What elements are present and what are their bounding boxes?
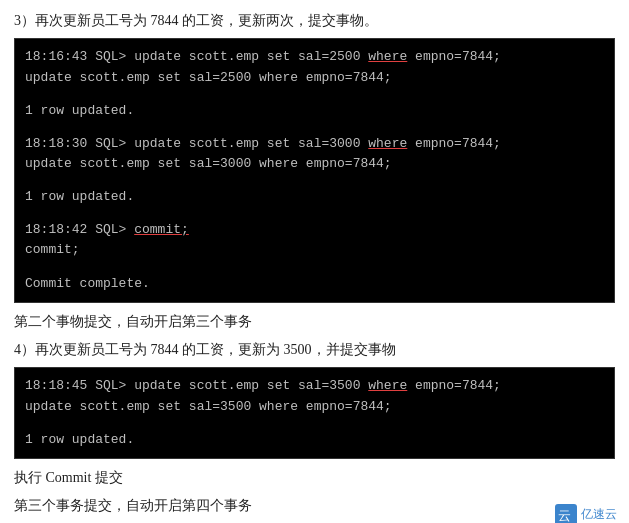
terminal-text: 18:18:45 SQL> update scott.emp set sal=3… [25, 378, 368, 393]
svg-text:云: 云 [558, 508, 571, 523]
terminal-empty [25, 174, 604, 187]
terminal-highlight: where [368, 378, 407, 393]
terminal-line: 18:16:43 SQL> update scott.emp set sal=2… [25, 47, 604, 67]
terminal-text: empno=7844; [407, 378, 501, 393]
terminal-result: 1 row updated. [25, 101, 604, 121]
terminal-result: 1 row updated. [25, 187, 604, 207]
terminal-empty [25, 88, 604, 101]
terminal-text: update scott.emp set sal=3000 where empn… [25, 156, 392, 171]
note3: 第三个事务提交，自动开启第四个事务 [14, 495, 615, 517]
note1: 第二个事物提交，自动开启第三个事务 [14, 311, 615, 333]
terminal-text: empno=7844; [407, 49, 501, 64]
terminal-text: Commit complete. [25, 276, 150, 291]
terminal-line: 18:18:30 SQL> update scott.emp set sal=3… [25, 134, 604, 154]
terminal-commit: commit; [134, 222, 189, 237]
terminal-block-4: 18:18:45 SQL> update scott.emp set sal=3… [14, 367, 615, 458]
section3-heading: 3）再次更新员工号为 7844 的工资，更新两次，提交事物。 [14, 10, 615, 32]
terminal-text: update scott.emp set sal=2500 where empn… [25, 70, 392, 85]
terminal-text: 18:18:30 SQL> update scott.emp set sal=3… [25, 136, 368, 151]
terminal-empty [25, 261, 604, 274]
terminal-result: Commit complete. [25, 274, 604, 294]
terminal-text: 18:16:43 SQL> update scott.emp set sal=2… [25, 49, 368, 64]
page-wrapper: 3）再次更新员工号为 7844 的工资，更新两次，提交事物。 18:16:43 … [0, 0, 629, 523]
terminal-empty [25, 417, 604, 430]
terminal-empty [25, 121, 604, 134]
terminal-block-3: 18:16:43 SQL> update scott.emp set sal=2… [14, 38, 615, 302]
terminal-text: empno=7844; [407, 136, 501, 151]
terminal-text: 1 row updated. [25, 189, 134, 204]
terminal-line: 18:18:42 SQL> commit; [25, 220, 604, 240]
terminal-highlight: where [368, 49, 407, 64]
terminal-line: commit; [25, 240, 604, 260]
terminal-text: 1 row updated. [25, 103, 134, 118]
watermark-logo-icon: 云 [555, 504, 577, 523]
terminal-text: update scott.emp set sal=3500 where empn… [25, 399, 392, 414]
terminal-highlight: where [368, 136, 407, 151]
terminal-text: 18:18:42 SQL> [25, 222, 134, 237]
terminal-line: update scott.emp set sal=3000 where empn… [25, 154, 604, 174]
terminal-line: update scott.emp set sal=3500 where empn… [25, 397, 604, 417]
terminal-text: commit; [25, 242, 80, 257]
watermark-label: 亿速云 [581, 506, 617, 523]
note2: 执行 Commit 提交 [14, 467, 615, 489]
section4-heading: 4）再次更新员工号为 7844 的工资，更新为 3500，并提交事物 [14, 339, 615, 361]
terminal-result: 1 row updated. [25, 430, 604, 450]
terminal-line: update scott.emp set sal=2500 where empn… [25, 68, 604, 88]
terminal-text: 1 row updated. [25, 432, 134, 447]
page-container: 3）再次更新员工号为 7844 的工资，更新两次，提交事物。 18:16:43 … [0, 0, 629, 523]
watermark: 云 亿速云 [555, 504, 617, 523]
terminal-empty [25, 207, 604, 220]
terminal-line: 18:18:45 SQL> update scott.emp set sal=3… [25, 376, 604, 396]
